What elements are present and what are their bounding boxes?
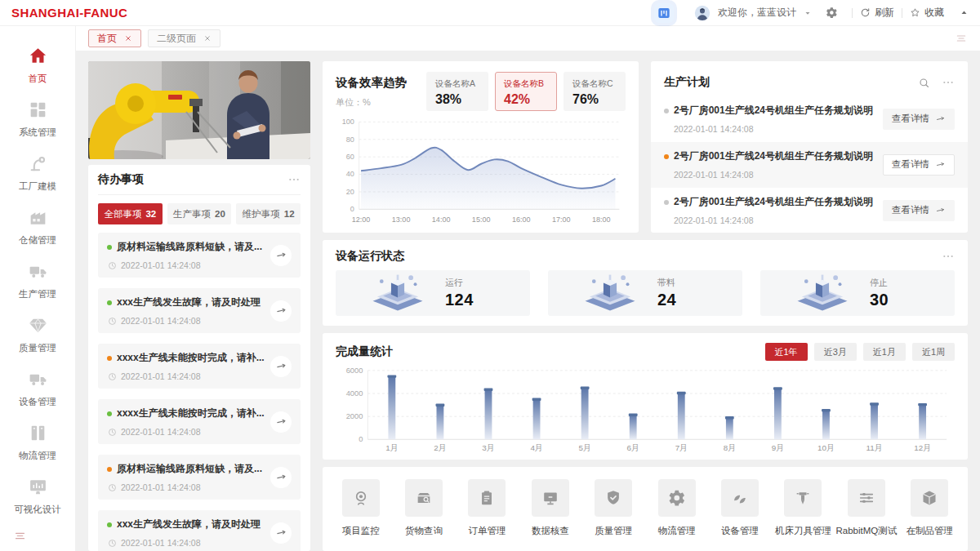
todo-item-arrow-button[interactable] — [270, 467, 292, 488]
status-label: 运行 — [445, 277, 474, 289]
app-shortcut[interactable]: 数据核查 — [519, 479, 581, 537]
app-shortcut[interactable]: 质量管理 — [582, 479, 645, 537]
range-filter-button[interactable]: 近1周 — [912, 343, 955, 361]
tab-label: 二级页面 — [157, 32, 196, 46]
svg-text:3月: 3月 — [482, 443, 494, 452]
svg-text:12:00: 12:00 — [352, 216, 371, 224]
todo-item-arrow-button[interactable] — [270, 411, 292, 433]
status-dot — [107, 522, 112, 527]
board-icon[interactable] — [654, 3, 674, 23]
top-header: SHANGHAI-FANUC 欢迎你，蓝蓝设计 刷新 收藏 — [0, 0, 980, 26]
cabinet-icon — [28, 423, 48, 443]
star-icon — [910, 7, 920, 18]
todo-item: 原材料运输线路原料短缺，请及... 2022-01-01 14:24:08 — [98, 455, 301, 500]
todo-item-arrow-button[interactable] — [270, 245, 292, 266]
sidebar-item[interactable]: 设备管理 — [19, 369, 56, 408]
todo-item-text: 原材料运输线路原料短缺，请及... — [117, 462, 262, 476]
svg-text:0: 0 — [359, 435, 363, 443]
clock-icon — [108, 539, 117, 548]
page-tab[interactable]: 二级页面 — [148, 29, 220, 47]
view-details-button[interactable]: 查看详情 — [883, 200, 955, 221]
plan-item-text: 2号厂房001生产线24号机组生产任务规划说明 — [674, 195, 873, 209]
todo-item-time: 2022-01-01 14:24:08 — [121, 260, 201, 270]
tab-bar: 首页 二级页面 — [76, 26, 980, 51]
svg-text:2月: 2月 — [434, 443, 446, 452]
app-shortcut[interactable]: RabbitMQ测试 — [835, 479, 898, 537]
svg-text:6月: 6月 — [627, 443, 639, 452]
range-filter-button[interactable]: 近1年 — [765, 343, 808, 361]
app-shortcut[interactable]: 项目监控 — [329, 479, 392, 537]
status-dot — [107, 411, 112, 416]
machine-illustration — [367, 272, 429, 314]
shield-check-icon — [595, 479, 632, 517]
more-icon[interactable] — [287, 173, 301, 186]
more-icon[interactable] — [942, 250, 955, 263]
svg-text:4000: 4000 — [346, 389, 363, 398]
plan-item: 2号厂房001生产线24号机组生产任务规划说明 2022-01-01 14:24… — [651, 188, 968, 233]
svg-text:12月: 12月 — [914, 443, 931, 452]
page-tab[interactable]: 首页 — [88, 29, 141, 47]
equipment-status-panel: 设备运行状态 运行 124 — [323, 240, 968, 326]
app-shortcut[interactable]: 订单管理 — [456, 479, 519, 537]
clock-icon — [108, 317, 117, 326]
arrow-right-icon — [935, 205, 946, 216]
todo-item-arrow-button[interactable] — [270, 300, 292, 322]
app-shortcut[interactable]: 设备管理 — [708, 479, 771, 537]
sidebar-item[interactable]: 系统管理 — [19, 100, 56, 139]
monitor-icon — [532, 479, 569, 517]
plan-title: 生产计划 — [664, 75, 710, 90]
status-value: 24 — [657, 291, 676, 309]
gear-icon[interactable] — [826, 7, 838, 19]
app-shortcut[interactable]: 货物查询 — [392, 479, 455, 537]
sidebar-item[interactable]: 生产管理 — [19, 261, 56, 300]
favorite-button[interactable]: 收藏 — [910, 6, 944, 20]
sidebar-item[interactable]: 工厂建模 — [19, 153, 56, 193]
view-details-button[interactable]: 查看详情 — [883, 109, 955, 130]
arrow-right-icon — [275, 360, 287, 372]
sidebar-collapse-icon[interactable] — [13, 529, 27, 543]
todo-item-time: 2022-01-01 14:24:08 — [121, 482, 201, 492]
view-details-button[interactable]: 查看详情 — [883, 154, 955, 176]
close-icon[interactable] — [124, 34, 132, 42]
close-icon[interactable] — [203, 34, 212, 42]
todo-item-arrow-button[interactable] — [270, 356, 292, 377]
app-shortcut[interactable]: 物流管理 — [645, 479, 708, 537]
todo-item: xxxx生产线未能按时完成，请补... 2022-01-01 14:24:08 — [98, 399, 301, 444]
tab-list-menu-icon[interactable] — [955, 32, 968, 45]
status-dot — [664, 200, 669, 205]
sidebar-item[interactable]: 质量管理 — [19, 315, 56, 354]
sidebar-item[interactable]: 物流管理 — [19, 423, 56, 462]
diamond-icon — [28, 315, 48, 335]
device-metric-card[interactable]: 设备名称B 42% — [495, 72, 557, 111]
search-icon[interactable] — [918, 77, 930, 89]
dashboard: 待办事项 全部事项 32 — [76, 51, 980, 551]
plan-item-time: 2022-01-01 14:24:08 — [664, 124, 873, 134]
todo-filter-tab[interactable]: 生产事项 20 — [167, 203, 232, 224]
todo-filter-tab[interactable]: 全部事项 32 — [98, 203, 163, 224]
arrow-right-icon — [275, 249, 287, 261]
todo-item: xxx生产线发生故障，请及时处理 2022-01-01 14:24:08 — [98, 288, 301, 333]
todo-filter-tab[interactable]: 维护事项 12 — [236, 203, 301, 224]
range-filter-button[interactable]: 近1月 — [863, 343, 906, 361]
tab-label: 首页 — [97, 32, 117, 46]
leaves-icon — [721, 479, 759, 517]
todo-item-arrow-button[interactable] — [270, 522, 292, 544]
user-menu[interactable]: 欢迎你，蓝蓝设计 — [718, 6, 796, 20]
tool-icon — [784, 479, 822, 517]
app-shortcut[interactable]: 在制品管理 — [898, 479, 961, 537]
sidebar-item[interactable]: 首页 — [28, 46, 48, 85]
sidebar-item[interactable]: 仓储管理 — [19, 207, 56, 247]
more-icon[interactable] — [942, 76, 955, 89]
machine-illustration — [791, 272, 853, 314]
device-metric-card[interactable]: 设备名称C 76% — [564, 72, 626, 111]
device-metric-card[interactable]: 设备名称A 38% — [426, 72, 488, 111]
refresh-button[interactable]: 刷新 — [860, 6, 894, 20]
efficiency-panel: 设备效率趋势 单位：% 设备名称A 38% — [323, 61, 639, 233]
range-filter-button[interactable]: 近3月 — [814, 343, 857, 361]
sidebar-item[interactable]: 可视化设计 — [14, 477, 61, 516]
collapse-up-icon[interactable] — [960, 8, 969, 17]
caret-down-icon — [804, 9, 812, 17]
completion-panel: 完成量统计 近1年 近3月 近1月 近1周 — [323, 333, 968, 460]
app-shortcut[interactable]: 机床刀具管理 — [772, 479, 835, 537]
status-dot — [664, 109, 669, 113]
